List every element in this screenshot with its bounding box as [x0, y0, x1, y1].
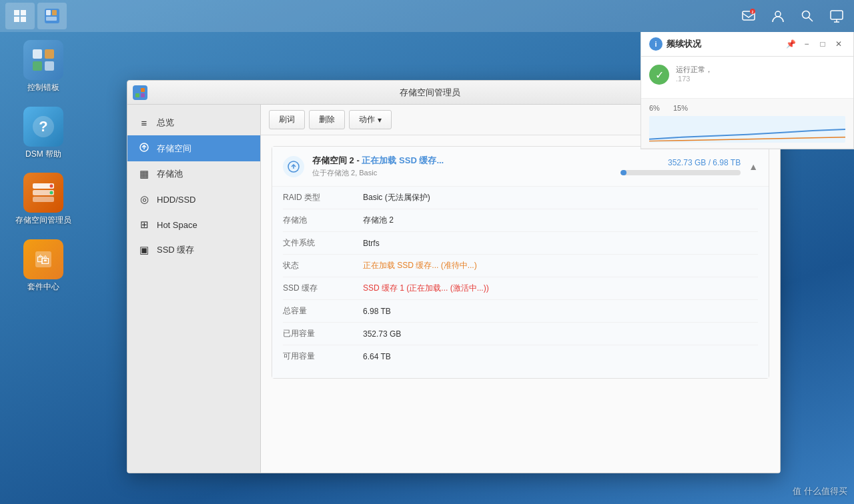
sidebar-item-storage[interactable]: ▦ 存储池: [127, 161, 260, 187]
package-center-icon[interactable]: 🛍 套件中心: [13, 239, 73, 293]
storage-manager-icon[interactable]: 存储空间管理员: [13, 173, 73, 226]
detail-label: 存储池: [283, 209, 363, 232]
svg-rect-7: [46, 17, 57, 21]
pool-name: 存储空间 2 - 正在加载 SSD 缓存...: [312, 155, 607, 167]
storage-pool-card: 存储空间 2 - 正在加载 SSD 缓存... 位于存储池 2, Basic 3…: [272, 146, 769, 379]
svg-rect-0: [14, 10, 19, 15]
window-app-icon: [133, 85, 147, 100]
storage-pool-icon: [138, 142, 150, 155]
sidebar-label-hot-spare: Hot Space: [157, 220, 197, 230]
svg-point-12: [803, 11, 810, 19]
notif-ip: .173: [676, 75, 845, 83]
svg-rect-33: [141, 93, 145, 97]
control-panel-icon[interactable]: 控制错板: [13, 40, 73, 93]
ssd-icon: ▣: [138, 244, 150, 256]
detail-value: SSD 缓存 1 (正在加载... (激活中...)): [363, 277, 758, 300]
svg-rect-31: [141, 88, 145, 92]
pool-details: RAID 类型Basic (无法属保护)存储池存储池 2文件系统Btrfs状态正…: [272, 187, 769, 378]
user-icon-btn[interactable]: [766, 4, 790, 28]
detail-value: 存储池 2: [363, 209, 758, 232]
detail-row: RAID 类型Basic (无法属保护): [283, 187, 758, 209]
dsm-help-img: ?: [23, 107, 63, 147]
notification-content: ✓ 运行正常， .173: [641, 57, 853, 99]
detail-label: 可用容量: [283, 345, 363, 368]
notif-bottom-row: 6% 15%: [641, 99, 853, 149]
notif-status-text: 运行正常，: [676, 65, 845, 75]
pool-header[interactable]: 存储空间 2 - 正在加载 SSD 缓存... 位于存储池 2, Basic 3…: [272, 147, 769, 187]
pool-progress-bar: [620, 170, 741, 175]
screen-icon-btn[interactable]: [825, 4, 849, 28]
hot-spare-icon: ⊞: [138, 219, 150, 231]
pool-icon: [283, 156, 304, 177]
taskbar-storage-btn[interactable]: [37, 3, 67, 29]
taskbar: 2: [0, 0, 854, 32]
watermark-text: 值 什么值得买: [793, 486, 847, 496]
detail-label: 已用容量: [283, 323, 363, 345]
svg-rect-25: [33, 197, 54, 202]
control-panel-label: 控制错板: [27, 83, 59, 93]
notif-row: ✓ 运行正常， .173: [649, 65, 845, 90]
detail-value: 6.98 TB: [363, 300, 758, 323]
notif-details: 运行正常， .173: [676, 65, 845, 83]
sidebar-item-overview[interactable]: ≡ 总览: [127, 110, 260, 135]
detail-row: 状态正在加载 SSD 缓存... (准待中...): [283, 255, 758, 277]
sidebar-item-hot-spare[interactable]: ⊞ Hot Space: [127, 212, 260, 237]
taskbar-grid-btn[interactable]: [5, 3, 35, 29]
notification-title: 频续状况: [667, 38, 701, 50]
sidebar: ≡ 总览 存储空间 ▦ 存储池 ◎ HDD/SSD: [127, 105, 261, 473]
sidebar-item-ssd-cache[interactable]: ▣ SSD 缓存: [127, 237, 260, 263]
action-btn[interactable]: 动作 ▾: [349, 110, 392, 129]
sidebar-label-hdd: HDD/SSD: [157, 195, 196, 205]
notification-panel: i 频续状况 📌 − □ ✕ ✓ 运行正常， .173 6% 15%: [640, 32, 854, 149]
svg-rect-6: [52, 10, 57, 15]
svg-point-27: [50, 191, 53, 195]
window-body: ≡ 总览 存储空间 ▦ 存储池 ◎ HDD/SSD: [127, 105, 780, 473]
svg-line-13: [809, 17, 813, 21]
sidebar-label-overview: 总览: [157, 117, 174, 129]
detail-value: Basic (无法属保护): [363, 187, 758, 209]
detail-label: 文件系统: [283, 232, 363, 255]
pool-status-link[interactable]: 正在加载 SSD 缓存...: [362, 155, 444, 165]
taskbar-left: [5, 3, 67, 29]
notification-header: i 频续状况 📌 − □ ✕: [641, 32, 853, 57]
status-ok-icon: ✓: [649, 65, 669, 85]
detail-row: 总容量6.98 TB: [283, 300, 758, 323]
window-title: 存储空间管理员: [153, 87, 707, 99]
detail-value: Btrfs: [363, 232, 758, 255]
svg-rect-3: [21, 17, 26, 22]
detail-table: RAID 类型Basic (无法属保护)存储池存储池 2文件系统Btrfs状态正…: [283, 187, 758, 367]
dsm-help-icon[interactable]: ? DSM 帮助: [13, 107, 73, 160]
pool-usage-area: 352.73 GB / 6.98 TB: [607, 158, 741, 175]
control-panel-img: [23, 40, 63, 80]
sidebar-item-hdd-ssd[interactable]: ◎ HDD/SSD: [127, 187, 260, 212]
delete-btn[interactable]: 删除: [309, 110, 345, 129]
pool-name-text: 存储空间 2: [312, 155, 354, 165]
pool-toggle-btn[interactable]: ▲: [749, 161, 758, 172]
storage-icon: ▦: [138, 168, 150, 180]
detail-label: SSD 缓存: [283, 277, 363, 300]
detail-row: SSD 缓存SSD 缓存 1 (正在加载... (激活中...)): [283, 277, 758, 300]
svg-point-11: [775, 11, 781, 17]
notif-maximize-btn[interactable]: □: [816, 37, 829, 51]
svg-point-26: [50, 185, 53, 188]
overview-icon: ≡: [138, 117, 150, 129]
detail-label: 总容量: [283, 300, 363, 323]
notif-pin-btn[interactable]: 📌: [784, 37, 797, 51]
search-icon-btn[interactable]: [795, 4, 819, 28]
detail-row: 可用容量6.64 TB: [283, 345, 758, 368]
notif-stat-2: 15%: [673, 104, 688, 112]
notif-minimize-btn[interactable]: −: [800, 37, 813, 51]
svg-rect-1: [21, 10, 26, 15]
notification-controls: 📌 − □ ✕: [784, 37, 845, 51]
svg-rect-19: [33, 61, 42, 71]
sidebar-item-storage-pool[interactable]: 存储空间: [127, 135, 260, 161]
detail-value: 6.64 TB: [363, 345, 758, 368]
refresh-btn[interactable]: 刷词: [269, 110, 305, 129]
message-icon-btn[interactable]: 2: [737, 4, 761, 28]
svg-rect-32: [135, 93, 139, 97]
notif-close-btn[interactable]: ✕: [832, 37, 845, 51]
detail-label: 状态: [283, 255, 363, 277]
detail-value: 352.73 GB: [363, 323, 758, 345]
taskbar-right: 2: [737, 4, 849, 28]
svg-rect-14: [831, 11, 843, 19]
